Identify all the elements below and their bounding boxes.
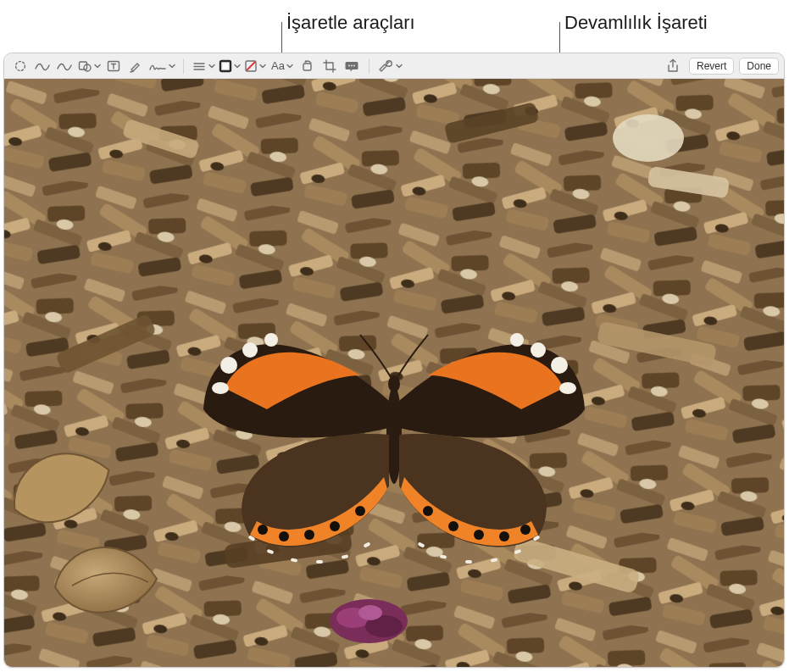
svg-point-44 bbox=[531, 342, 546, 358]
svg-point-11 bbox=[353, 64, 355, 66]
text-style-label: Aa bbox=[271, 59, 285, 72]
image-viewport[interactable] bbox=[4, 79, 784, 667]
markup-toolbar: Aa bbox=[4, 53, 784, 79]
svg-point-51 bbox=[258, 525, 268, 535]
svg-line-7 bbox=[247, 62, 255, 70]
rotate-tool-icon bbox=[300, 58, 315, 74]
revert-button[interactable]: Revert bbox=[689, 58, 734, 75]
done-button[interactable]: Done bbox=[739, 58, 779, 75]
callout-markup-tools: İşaretle araçları bbox=[286, 12, 415, 34]
svg-point-38 bbox=[388, 375, 400, 392]
svg-point-40 bbox=[242, 342, 258, 358]
svg-point-32 bbox=[613, 114, 684, 162]
fill-color-menu-icon bbox=[244, 59, 258, 73]
svg-point-10 bbox=[351, 64, 353, 66]
chevron-down-icon bbox=[234, 63, 241, 69]
photo-content bbox=[4, 79, 784, 667]
line-style-menu-icon bbox=[192, 58, 207, 74]
continuity-markup-icon bbox=[377, 58, 394, 74]
chevron-down-icon bbox=[286, 63, 293, 69]
svg-point-42 bbox=[212, 382, 229, 394]
sketch-tool-button[interactable] bbox=[31, 57, 53, 75]
svg-point-49 bbox=[304, 530, 314, 540]
rotate-tool-button[interactable] bbox=[297, 57, 319, 75]
crop-tool-button[interactable] bbox=[319, 57, 341, 75]
markup-tools-group: Aa bbox=[9, 57, 404, 75]
svg-point-36 bbox=[358, 605, 382, 620]
callout-continuity-markup: Devamlılık İşareti bbox=[564, 12, 708, 34]
chevron-down-icon bbox=[94, 63, 101, 69]
svg-point-39 bbox=[220, 357, 237, 374]
toolbar-separator bbox=[369, 58, 369, 74]
svg-point-41 bbox=[264, 333, 278, 347]
crop-tool-icon bbox=[322, 58, 337, 74]
image-description-button[interactable] bbox=[341, 57, 363, 75]
fill-color-menu-button[interactable] bbox=[242, 57, 268, 75]
svg-point-59 bbox=[448, 521, 458, 531]
chevron-down-icon bbox=[208, 63, 215, 69]
callout-leader bbox=[281, 22, 282, 53]
border-color-menu-icon bbox=[219, 59, 232, 73]
svg-point-60 bbox=[474, 530, 484, 540]
sign-tool-button[interactable] bbox=[147, 57, 177, 75]
share-button[interactable] bbox=[662, 57, 684, 75]
shapes-menu-button[interactable] bbox=[75, 57, 103, 75]
svg-point-50 bbox=[279, 531, 289, 541]
continuity-markup-button[interactable] bbox=[375, 57, 404, 75]
svg-point-47 bbox=[355, 506, 365, 516]
share-icon bbox=[666, 58, 680, 74]
svg-point-61 bbox=[499, 531, 509, 541]
text-tool-button[interactable] bbox=[103, 57, 125, 75]
chevron-down-icon bbox=[259, 63, 266, 69]
text-tool-icon bbox=[106, 58, 121, 74]
svg-rect-1 bbox=[80, 62, 87, 69]
svg-point-9 bbox=[348, 64, 350, 66]
selection-tool-button[interactable] bbox=[9, 57, 31, 75]
selection-tool-icon bbox=[13, 58, 28, 74]
toolbar-separator bbox=[183, 58, 184, 74]
svg-rect-55 bbox=[316, 560, 323, 564]
draw-tool-button[interactable] bbox=[53, 57, 75, 75]
svg-point-0 bbox=[16, 61, 25, 70]
chevron-down-icon bbox=[396, 63, 403, 69]
markup-window: Aa bbox=[3, 53, 785, 668]
chevron-down-icon bbox=[169, 63, 175, 69]
text-style-menu-button[interactable]: Aa bbox=[268, 57, 297, 75]
svg-point-43 bbox=[551, 357, 568, 374]
toolbar-right-group: Revert Done bbox=[662, 57, 779, 75]
svg-point-45 bbox=[510, 333, 524, 347]
svg-point-58 bbox=[423, 506, 433, 516]
sign-tool-icon bbox=[148, 58, 167, 74]
svg-rect-5 bbox=[223, 63, 228, 68]
svg-point-48 bbox=[330, 521, 340, 531]
image-description-icon bbox=[344, 58, 359, 74]
svg-rect-8 bbox=[303, 64, 311, 70]
highlight-tool-button[interactable] bbox=[125, 57, 147, 75]
highlight-tool-icon bbox=[128, 58, 143, 74]
svg-point-62 bbox=[520, 525, 531, 535]
line-style-menu-button[interactable] bbox=[190, 57, 217, 75]
shapes-menu-icon bbox=[77, 58, 92, 74]
draw-tool-icon bbox=[56, 58, 73, 74]
svg-point-46 bbox=[559, 382, 576, 394]
border-color-menu-button[interactable] bbox=[217, 57, 242, 75]
sketch-tool-icon bbox=[34, 58, 51, 74]
svg-rect-66 bbox=[465, 560, 472, 564]
